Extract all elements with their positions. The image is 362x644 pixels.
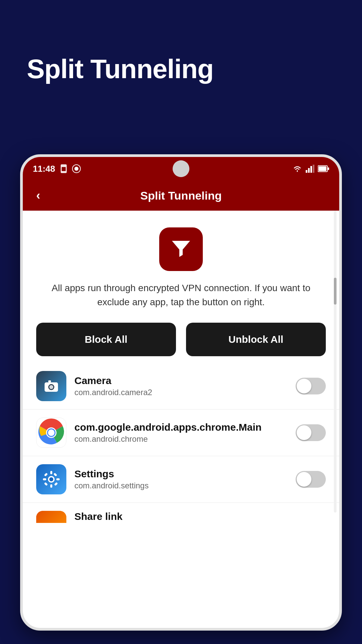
status-bar: 11:48: [23, 157, 339, 180]
svg-rect-10: [328, 167, 329, 170]
svg-rect-28: [44, 482, 48, 486]
svg-rect-7: [313, 165, 314, 173]
settings-app-name: Settings: [74, 468, 288, 480]
chrome-toggle-knob: [297, 425, 311, 440]
svg-rect-23: [43, 478, 46, 480]
chrome-app-package: com.android.chrome: [74, 434, 288, 444]
settings-toggle[interactable]: [296, 471, 326, 488]
svg-rect-14: [48, 380, 51, 382]
description-text: All apps run through encrypted VPN conne…: [23, 281, 339, 309]
camera-app-icon: [36, 371, 66, 401]
vpn-icon: [72, 164, 81, 173]
camera-toggle[interactable]: [296, 378, 326, 394]
app-item-camera: Camera com.android.camera2: [23, 363, 339, 410]
svg-rect-27: [53, 473, 57, 476]
sharelink-partial-text: Share link: [74, 511, 122, 522]
svg-rect-24: [56, 478, 60, 480]
svg-rect-4: [306, 170, 307, 173]
svg-point-3: [74, 167, 78, 171]
svg-rect-29: [36, 511, 66, 523]
settings-app-info: Settings com.android.settings: [74, 468, 288, 490]
wifi-icon: [292, 165, 302, 173]
background-page-title: Split Tunneling: [27, 54, 214, 85]
app-item-sharelink-partial: Share link: [23, 503, 339, 523]
block-all-button[interactable]: Block All: [36, 323, 176, 356]
svg-rect-9: [318, 166, 326, 171]
settings-app-package: com.android.settings: [74, 481, 288, 490]
settings-app-icon: [36, 464, 66, 494]
svg-rect-22: [50, 484, 52, 488]
scrollbar[interactable]: [334, 211, 337, 513]
scrollbar-thumb: [334, 278, 337, 305]
app-item-chrome: com.google.android.apps.chrome.Main com.…: [23, 410, 339, 456]
unblock-all-button[interactable]: Unblock All: [186, 323, 326, 356]
sharelink-app-icon: [36, 511, 66, 523]
app-bar: ‹ Split Tunneling: [23, 180, 339, 211]
chrome-app-icon: [36, 418, 66, 448]
button-row: Block All Unblock All: [23, 323, 339, 356]
status-bar-left: 11:48: [33, 164, 81, 174]
chrome-app-info: com.google.android.apps.chrome.Main com.…: [74, 422, 288, 444]
svg-point-18: [48, 429, 55, 436]
chrome-app-name: com.google.android.apps.chrome.Main: [74, 422, 288, 433]
camera-app-info: Camera com.android.camera2: [74, 375, 288, 397]
icon-area: [159, 211, 203, 281]
svg-rect-25: [44, 473, 48, 476]
svg-point-20: [49, 477, 53, 481]
svg-rect-6: [310, 166, 312, 173]
svg-rect-1: [62, 167, 66, 171]
camera-toggle-knob: [297, 379, 311, 393]
svg-rect-21: [50, 471, 52, 474]
app-bar-title: Split Tunneling: [140, 189, 222, 202]
content-area: All apps run through encrypted VPN conne…: [23, 211, 339, 523]
clock: 11:48: [33, 164, 55, 174]
filter-icon-box: [159, 227, 203, 271]
chrome-toggle[interactable]: [296, 424, 326, 441]
filter-funnel-icon: [169, 237, 193, 261]
settings-toggle-knob: [297, 472, 311, 487]
phone-frame: 11:48: [20, 154, 342, 631]
app-list: Camera com.android.camera2: [23, 363, 339, 523]
signal-icon: [306, 165, 314, 173]
camera-app-name: Camera: [74, 375, 288, 386]
back-button[interactable]: ‹: [33, 185, 44, 206]
camera-app-package: com.android.camera2: [74, 388, 288, 397]
svg-rect-26: [54, 482, 58, 486]
sim-icon: [60, 164, 67, 173]
status-bar-right: [292, 165, 329, 173]
app-item-settings: Settings com.android.settings: [23, 456, 339, 503]
svg-point-13: [49, 385, 53, 389]
svg-rect-5: [308, 168, 310, 173]
camera-notch: [173, 160, 189, 177]
battery-icon: [318, 165, 329, 172]
